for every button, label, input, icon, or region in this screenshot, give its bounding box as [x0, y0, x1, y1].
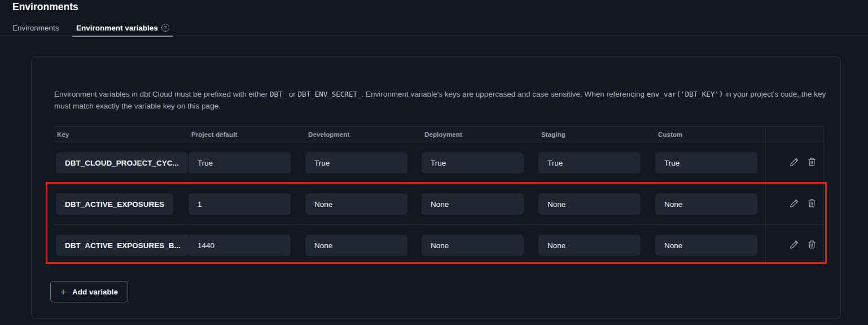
- edit-variable-button[interactable]: [789, 158, 799, 168]
- plus-icon: +: [60, 287, 66, 297]
- description-text: Environment variables in dbt Cloud must …: [54, 88, 828, 112]
- variable-value: True: [655, 152, 757, 174]
- row-actions: [765, 184, 824, 224]
- variable-value: None: [655, 193, 757, 215]
- description-segment: or: [287, 90, 298, 98]
- code-dbt-env-secret-prefix: DBT_ENV_SECRET_: [298, 90, 362, 98]
- custom-cell: None: [655, 193, 765, 215]
- variable-value: True: [188, 152, 291, 174]
- tab-bar: Environments Environment variables ?: [0, 23, 868, 36]
- variable-value: None: [655, 235, 757, 256]
- variable-value: None: [422, 193, 524, 215]
- staging-cell: True: [538, 152, 655, 174]
- code-env-var-reference: env_var('DBT_KEY'): [647, 90, 723, 98]
- variable-value: 1: [188, 193, 291, 215]
- column-header-staging: Staging: [538, 131, 655, 138]
- key-cell: DBT_ACTIVE_EXPOSURES: [54, 193, 188, 215]
- variable-value: None: [538, 235, 641, 256]
- key-cell: DBT_CLOUD_PROJECT_CYC...: [54, 152, 188, 174]
- tab-environment-variables-label: Environment variables: [76, 23, 158, 34]
- variable-value: None: [422, 235, 524, 256]
- edit-variable-button[interactable]: [789, 240, 799, 250]
- deployment-cell: True: [422, 152, 538, 174]
- delete-variable-button[interactable]: [806, 240, 817, 250]
- table-row: DBT_CLOUD_PROJECT_CYC... True True True …: [54, 142, 824, 184]
- environment-variables-table: Key Project default Development Deployme…: [54, 126, 824, 266]
- environment-variables-card: Environment variables in dbt Cloud must …: [31, 57, 841, 319]
- tab-environments[interactable]: Environments: [12, 23, 59, 36]
- variable-value: None: [305, 193, 407, 215]
- variable-value: None: [538, 193, 641, 215]
- project-default-cell: 1440: [188, 235, 305, 256]
- column-header-actions: [765, 127, 824, 142]
- table-header-row: Key Project default Development Deployme…: [54, 126, 824, 142]
- variable-value: True: [538, 152, 641, 174]
- row-actions: [765, 225, 824, 266]
- delete-variable-button[interactable]: [806, 158, 817, 168]
- edit-variable-button[interactable]: [789, 199, 799, 209]
- table-row: DBT_ACTIVE_EXPOSURES 1 None None None No…: [54, 184, 824, 225]
- tab-environments-label: Environments: [12, 23, 59, 34]
- development-cell: None: [305, 235, 422, 256]
- deployment-cell: None: [422, 193, 538, 215]
- trash-icon: [807, 198, 817, 210]
- add-variable-button[interactable]: + Add variable: [50, 281, 128, 302]
- trash-icon: [807, 240, 817, 251]
- variable-key: DBT_CLOUD_PROJECT_CYC...: [56, 152, 188, 174]
- column-header-key: Key: [54, 131, 188, 138]
- variable-value: True: [305, 152, 407, 174]
- staging-cell: None: [538, 193, 655, 215]
- table-row: DBT_ACTIVE_EXPOSURES_B... 1440 None None…: [54, 225, 824, 266]
- custom-cell: None: [655, 235, 765, 256]
- code-dbt-prefix: DBT_: [270, 90, 287, 98]
- column-header-project-default: Project default: [188, 131, 305, 138]
- description-segment: Environment variables in dbt Cloud must …: [54, 90, 270, 98]
- project-default-cell: 1: [188, 193, 305, 215]
- variable-value: True: [422, 152, 524, 174]
- variable-value: None: [305, 235, 407, 256]
- variable-value: 1440: [188, 235, 291, 256]
- add-variable-label: Add variable: [72, 288, 118, 296]
- variable-key: DBT_ACTIVE_EXPOSURES_B...: [56, 235, 190, 256]
- pencil-icon: [790, 157, 799, 168]
- custom-cell: True: [655, 152, 765, 174]
- variable-key: DBT_ACTIVE_EXPOSURES: [56, 193, 173, 215]
- column-header-deployment: Deployment: [422, 131, 538, 138]
- row-actions: [765, 142, 824, 183]
- pencil-icon: [790, 240, 799, 251]
- column-header-development: Development: [305, 131, 422, 138]
- project-default-cell: True: [188, 152, 305, 174]
- environments-page: { "page": { "title": "Environments" }, "…: [0, 0, 868, 325]
- development-cell: None: [305, 193, 422, 215]
- help-icon[interactable]: ?: [161, 24, 169, 32]
- delete-variable-button[interactable]: [806, 199, 817, 209]
- page-title: Environments: [12, 1, 78, 13]
- pencil-icon: [790, 198, 799, 210]
- tab-environment-variables[interactable]: Environment variables ?: [76, 23, 169, 36]
- development-cell: True: [305, 152, 422, 174]
- column-header-custom: Custom: [655, 131, 765, 138]
- description-segment: . Environment variable's keys are upperc…: [361, 90, 646, 98]
- deployment-cell: None: [422, 235, 538, 256]
- trash-icon: [807, 157, 817, 168]
- key-cell: DBT_ACTIVE_EXPOSURES_B...: [54, 235, 188, 256]
- staging-cell: None: [538, 235, 655, 256]
